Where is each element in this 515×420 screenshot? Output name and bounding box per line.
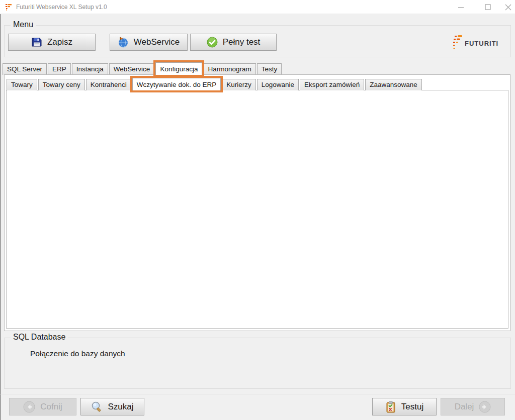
minimize-button[interactable] bbox=[450, 0, 472, 14]
tab-sql-server[interactable]: SQL Server bbox=[3, 63, 47, 75]
tab-webservice[interactable]: WebService bbox=[109, 63, 155, 75]
back-button-label: Cofnij bbox=[40, 402, 62, 412]
save-button-label: Zapisz bbox=[47, 37, 72, 47]
main-tab-bar: SQL Server ERP Instancja WebService Konf… bbox=[3, 63, 283, 75]
tab-wczytywanie-dok-do-erp[interactable]: Wczytywanie dok. do ERP bbox=[132, 78, 221, 90]
sql-database-group: SQL Database bbox=[4, 338, 511, 389]
back-button[interactable]: Cofnij bbox=[9, 398, 76, 415]
clipboard-test-icon bbox=[385, 401, 396, 413]
title-bar: Futuriti Webservice XL Setup v1.0 bbox=[0, 0, 515, 14]
search-button-label: Szukaj bbox=[108, 402, 133, 412]
floppy-disk-icon bbox=[31, 37, 42, 48]
maximize-icon bbox=[485, 4, 491, 10]
webservice-button[interactable]: WebService bbox=[110, 34, 188, 51]
tab-towary[interactable]: Towary bbox=[7, 79, 37, 90]
tab-harmonogram[interactable]: Harmonogram bbox=[203, 63, 255, 75]
close-button[interactable] bbox=[497, 0, 515, 14]
save-button[interactable]: Zapisz bbox=[8, 34, 96, 51]
arrow-right-circle-icon bbox=[479, 401, 491, 413]
footer-divider bbox=[0, 394, 515, 394]
application-window: Futuriti Webservice XL Setup v1.0 Menu Z… bbox=[0, 0, 515, 420]
next-button-label: Dalej bbox=[455, 402, 474, 412]
tab-zaawansowane[interactable]: Zaawansowane bbox=[365, 79, 422, 90]
tab-testy[interactable]: Testy bbox=[257, 63, 282, 75]
tab-towary-ceny[interactable]: Towary ceny bbox=[38, 79, 85, 90]
test-button[interactable]: Testuj bbox=[372, 398, 437, 415]
brand-name: Futuriti bbox=[465, 40, 498, 47]
window-title: Futuriti Webservice XL Setup v1.0 bbox=[16, 4, 107, 11]
webservice-button-label: WebService bbox=[134, 37, 180, 47]
magnifier-icon bbox=[91, 401, 103, 412]
green-check-icon bbox=[207, 37, 218, 48]
tab-logowanie[interactable]: Logowanie bbox=[257, 79, 299, 90]
futuriti-f-icon bbox=[5, 4, 12, 11]
full-test-button-label: Pełny test bbox=[223, 37, 261, 47]
test-button-label: Testuj bbox=[401, 402, 423, 412]
wczytywanie-tab-page bbox=[6, 90, 508, 329]
globe-icon bbox=[118, 37, 129, 48]
next-button[interactable]: Dalej bbox=[441, 398, 505, 415]
close-icon bbox=[505, 4, 511, 11]
full-test-button[interactable]: Pełny test bbox=[190, 34, 277, 51]
tab-kurierzy[interactable]: Kurierzy bbox=[222, 79, 256, 90]
brand-logo: Futuriti bbox=[451, 33, 507, 53]
tab-erp[interactable]: ERP bbox=[48, 63, 71, 75]
tab-konfiguracja[interactable]: Konfiguracja bbox=[155, 62, 202, 75]
maximize-button[interactable] bbox=[477, 0, 499, 14]
sql-connection-status: Połączenie do bazy danych bbox=[30, 349, 125, 358]
tab-instancja[interactable]: Instancja bbox=[72, 63, 108, 75]
futuriti-f-icon bbox=[451, 35, 463, 52]
tab-eksport-zamowien[interactable]: Eksport zamówień bbox=[300, 79, 364, 90]
sql-database-group-label: SQL Database bbox=[11, 333, 68, 342]
menu-group-label: Menu bbox=[11, 20, 36, 29]
minimize-icon bbox=[458, 4, 464, 11]
tab-kontrahenci[interactable]: Kontrahenci bbox=[86, 79, 131, 90]
window-left-border bbox=[0, 14, 1, 420]
sub-tab-bar: Towary Towary ceny Kontrahenci Wczytywan… bbox=[7, 78, 423, 90]
arrow-left-circle-icon bbox=[23, 401, 35, 413]
search-button[interactable]: Szukaj bbox=[80, 398, 144, 415]
